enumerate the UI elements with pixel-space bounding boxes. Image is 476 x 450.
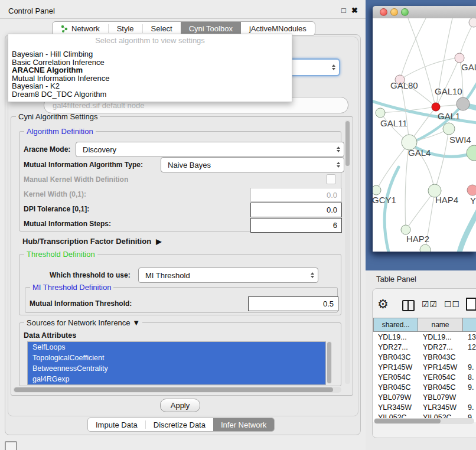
table-cell[interactable]: YBL079W — [418, 392, 463, 402]
zoom-traffic-light[interactable] — [401, 8, 409, 16]
tab-discretize-data[interactable]: Discretize Data — [146, 418, 213, 431]
table-row[interactable]: YPR145WYPR145W9. — [373, 362, 476, 372]
attributes-list-vscrollbar[interactable] — [327, 341, 332, 384]
table-cell[interactable]: YBR045C — [418, 382, 463, 392]
apply-button[interactable]: Apply — [160, 399, 200, 412]
network-node[interactable] — [443, 123, 455, 135]
network-node[interactable] — [467, 145, 476, 161]
table-cell[interactable]: 13 — [463, 332, 476, 342]
settings-hscrollbar[interactable] — [13, 387, 341, 393]
table-row[interactable]: YDR27...YDR27...12 — [373, 342, 476, 352]
table-cell[interactable]: YLR345W — [418, 402, 463, 412]
node-table-body: YDL19...YDL19...13YDR27...YDR27...12YBR0… — [373, 332, 476, 422]
table-cell[interactable]: 9. — [463, 402, 476, 412]
network-node[interactable] — [432, 103, 440, 111]
table-column-header[interactable]: name — [418, 318, 463, 332]
table-cell[interactable]: YDL19... — [373, 332, 418, 342]
table-cell[interactable]: YBR043C — [418, 352, 463, 362]
hub-definition-toggle[interactable]: Hub/Transcription Factor Definition▶ — [22, 237, 161, 246]
select-all-checks-icon[interactable]: ☑☑ — [422, 299, 438, 309]
algorithm-select-combo[interactable] — [286, 58, 340, 76]
table-row[interactable]: YBR043CYBR043C — [373, 352, 476, 362]
aracne-mode-combo[interactable]: Discovery — [76, 142, 344, 157]
network-node[interactable] — [401, 225, 410, 234]
close-traffic-light[interactable] — [380, 8, 387, 16]
network-node[interactable] — [469, 18, 476, 27]
table-cell[interactable] — [463, 392, 476, 402]
data-attribute-item[interactable]: SelfLoops — [28, 342, 325, 353]
table-hscrollbar[interactable] — [374, 418, 474, 424]
which-threshold-combo[interactable]: MI Threshold — [138, 268, 318, 283]
network-window-titlebar[interactable] — [373, 6, 476, 19]
table-column-header[interactable]: shared... — [373, 318, 418, 332]
minimize-traffic-light[interactable] — [390, 8, 398, 16]
network-node[interactable] — [467, 185, 476, 195]
table-cell[interactable]: 9. — [463, 382, 476, 392]
data-attribute-item[interactable]: gal4RGexp — [28, 374, 325, 384]
node-table-header: shared...name — [373, 318, 476, 332]
data-attribute-item[interactable]: TopologicalCoefficient — [28, 353, 325, 363]
table-cell[interactable]: YDR27... — [373, 342, 418, 352]
network-canvas-svg[interactable]: GALGAL80GAL10GAL11GAL1SWI4GAL4GCY1HAP4YH… — [373, 18, 476, 252]
deselect-all-checks-icon[interactable]: ☐☐ — [444, 299, 460, 309]
algorithm-dropdown-item[interactable]: ARACNE Algorithm — [12, 66, 291, 74]
table-cell[interactable]: YDR27... — [418, 342, 463, 352]
table-cell[interactable]: YPR145W — [373, 362, 418, 372]
document-icon[interactable] — [466, 298, 476, 311]
network-canvas[interactable]: GALGAL80GAL10GAL11GAL1SWI4GAL4GCY1HAP4YH… — [373, 18, 476, 252]
network-edge — [435, 129, 449, 191]
network-node[interactable] — [376, 108, 385, 118]
table-row[interactable]: YBL079WYBL079W — [373, 392, 476, 402]
minimized-panel-grip[interactable] — [5, 441, 17, 450]
table-row[interactable]: YLR345WYLR345W9. — [373, 402, 476, 412]
which-threshold-value: MI Threshold — [145, 271, 190, 280]
table-cell[interactable]: YPR145W — [418, 362, 463, 372]
data-attributes-list[interactable]: SelfLoopsTopologicalCoefficientBetweenne… — [27, 341, 326, 385]
table-row[interactable]: YDL19...YDL19...13 — [373, 332, 476, 342]
table-cell[interactable]: YLR345W — [373, 402, 418, 412]
table-cell[interactable]: 8. — [463, 372, 476, 382]
table-row[interactable]: YER054CYER054C8. — [373, 372, 476, 382]
algorithm-dropdown-item[interactable]: Bayesian - K2 — [12, 82, 291, 90]
kernel-width-field[interactable]: 0.0 — [250, 188, 342, 202]
network-node[interactable] — [455, 53, 464, 63]
float-window-icon[interactable]: □ — [341, 6, 346, 15]
gear-icon[interactable]: ⚙ — [377, 297, 389, 311]
manual-kernel-width-checkbox[interactable] — [326, 174, 336, 184]
tab-impute-data[interactable]: Impute Data — [88, 418, 145, 431]
table-cell[interactable]: YBR045C — [373, 382, 418, 392]
algorithm-dropdown-item[interactable]: Bayesian - Hill Climbing — [12, 50, 291, 58]
algorithm-dropdown-item[interactable]: Dream8 DC_TDC Algorithm — [12, 90, 291, 99]
stepper-arrows-icon — [311, 272, 314, 278]
algorithm-dropdown-item[interactable]: Basic Correlation Inference — [12, 58, 291, 67]
table-column-header[interactable] — [463, 318, 476, 332]
table-cell[interactable]: YDL19... — [418, 332, 463, 342]
mi-threshold-field[interactable]: 0.5 — [248, 296, 338, 311]
table-cell[interactable]: YBR043C — [373, 352, 418, 362]
network-node[interactable] — [420, 244, 431, 252]
table-cell[interactable]: YER054C — [373, 372, 418, 382]
data-attribute-item[interactable]: BetweennessCentrality — [28, 363, 325, 374]
table-cell[interactable] — [463, 352, 476, 362]
node-label: GAL11 — [380, 118, 407, 128]
mi-algorithm-type-combo[interactable]: Naive Bayes — [161, 157, 344, 172]
dpi-tolerance-field[interactable]: 0.0 — [250, 203, 342, 217]
close-icon[interactable]: ✖ — [351, 6, 358, 15]
algorithm-dropdown-item[interactable]: Mutual Information Inference — [12, 74, 291, 83]
table-cell[interactable]: 12 — [463, 342, 476, 352]
apply-button-label: Apply — [171, 401, 190, 410]
columns-icon[interactable] — [402, 300, 415, 311]
kernel-width-label: Kernel Width (0,1): — [24, 190, 86, 198]
sources-group-title[interactable]: Sources for Network Inference ▼ — [24, 318, 142, 327]
table-row[interactable]: YBR045CYBR045C9. — [373, 382, 476, 392]
node-label: GAL4 — [408, 148, 431, 158]
table-cell[interactable]: YBL079W — [373, 392, 418, 402]
network-node[interactable] — [373, 185, 381, 195]
settings-vscrollbar[interactable] — [345, 120, 350, 384]
table-cell[interactable]: YER054C — [418, 372, 463, 382]
network-edge — [406, 191, 435, 229]
table-cell[interactable]: 9. — [463, 362, 476, 372]
network-node[interactable] — [457, 97, 470, 110]
mi-steps-field[interactable]: 6 — [250, 218, 342, 233]
tab-infer-network[interactable]: Infer Network — [213, 418, 274, 431]
